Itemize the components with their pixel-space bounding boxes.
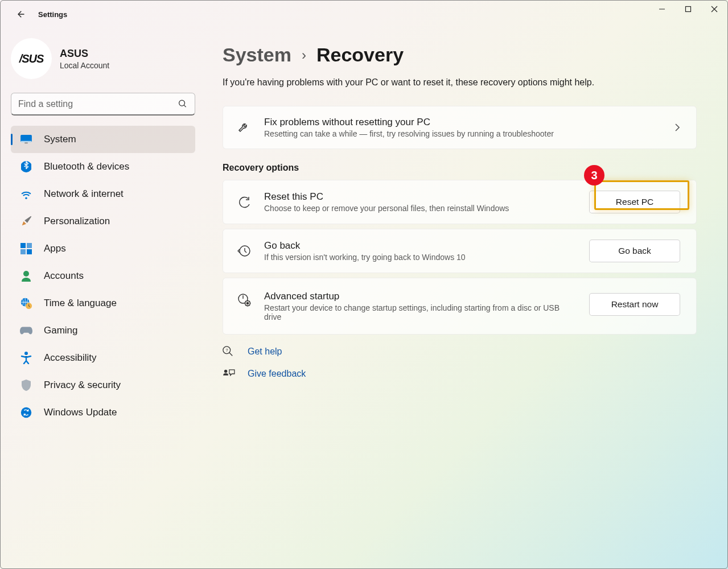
card-title: Go back [264,240,577,251]
reset-icon [237,196,252,208]
sidebar-item-label: Privacy & security [44,380,121,391]
wrench-icon [237,121,252,134]
sidebar-item-time-language[interactable]: Time & language [11,290,195,317]
maximize-icon [685,6,692,13]
card-subtitle: Resetting can take a while — first, try … [264,129,662,138]
avatar: /SUS [11,38,52,79]
sidebar-item-bluetooth[interactable]: Bluetooth & devices [11,153,195,180]
bluetooth-icon [20,160,32,173]
svg-rect-7 [27,243,32,248]
search-box[interactable] [11,93,195,116]
profile-block[interactable]: /SUS ASUS Local Account [11,38,195,79]
help-icon: ? [223,346,235,357]
get-help-row[interactable]: ? Get help [223,346,697,357]
sidebar-item-network[interactable]: Network & internet [11,180,195,208]
card-subtitle: Restart your device to change startup se… [264,303,560,321]
reset-pc-card: Reset this PC Choose to keep or remove y… [223,180,697,224]
window-controls [649,1,727,28]
sidebar-item-personalization[interactable]: Personalization [11,208,195,235]
svg-rect-3 [21,141,31,143]
accessibility-icon [20,352,32,364]
app-title: Settings [38,10,67,19]
card-subtitle: Choose to keep or remove your personal f… [264,204,577,213]
svg-rect-9 [27,249,32,254]
sidebar-item-apps[interactable]: Apps [11,235,195,262]
sidebar-item-accessibility[interactable]: Accessibility [11,344,195,372]
reset-pc-button[interactable]: Reset PC [589,191,680,213]
sidebar-item-label: System [44,134,76,145]
chevron-right-icon: › [302,47,306,63]
fix-problems-card[interactable]: Fix problems without resetting your PC R… [223,106,697,149]
sidebar-item-gaming[interactable]: Gaming [11,317,195,344]
breadcrumb-current: Recovery [316,44,404,66]
sidebar-item-label: Windows Update [44,407,117,418]
svg-rect-8 [20,249,26,254]
svg-rect-0 [686,7,691,12]
sidebar-item-privacy[interactable]: Privacy & security [11,372,195,399]
card-title: Fix problems without resetting your PC [264,117,662,128]
get-help-link[interactable]: Get help [248,347,282,357]
monitor-icon [20,133,32,146]
svg-point-13 [24,352,28,355]
search-input[interactable] [18,99,178,109]
feedback-icon [223,369,235,379]
wifi-icon [20,188,32,200]
sidebar-item-label: Network & internet [44,188,124,200]
profile-subtitle: Local Account [60,61,109,70]
give-feedback-row[interactable]: Give feedback [223,369,697,379]
section-title-recovery: Recovery options [223,163,697,173]
svg-point-1 [179,100,185,106]
card-title: Reset this PC [264,191,577,203]
power-gear-icon [237,293,252,307]
svg-point-10 [23,271,29,277]
apps-icon [20,242,32,255]
profile-name: ASUS [60,48,109,60]
breadcrumb: System › Recovery [223,44,697,66]
update-icon [20,406,32,419]
sidebar-item-accounts[interactable]: Accounts [11,262,195,290]
go-back-card: Go back If this version isn't working, t… [223,229,697,273]
sidebar-item-label: Personalization [44,216,110,227]
sidebar-item-label: Accounts [44,270,84,282]
back-arrow-icon [17,9,27,19]
history-icon [237,244,252,258]
svg-point-14 [21,407,31,418]
page-intro: If you're having problems with your PC o… [223,77,697,88]
restart-now-button[interactable]: Restart now [589,293,680,316]
gamepad-icon [20,324,32,337]
sidebar-item-windows-update[interactable]: Windows Update [11,399,195,426]
sidebar-item-label: Accessibility [44,352,97,364]
go-back-button[interactable]: Go back [589,240,680,262]
sidebar-item-label: Bluetooth & devices [44,161,129,172]
annotation-badge: 3 [584,165,604,185]
sidebar-item-label: Gaming [44,325,78,336]
chevron-right-icon [674,123,680,132]
maximize-button[interactable] [675,1,701,18]
svg-text:?: ? [225,348,228,353]
close-icon [711,6,718,13]
breadcrumb-parent[interactable]: System [223,44,291,66]
sidebar-item-system[interactable]: System [11,126,195,153]
back-button[interactable] [11,4,32,24]
sidebar-item-label: Time & language [44,298,117,309]
paintbrush-icon [20,215,32,228]
card-title: Advanced startup [264,291,577,302]
svg-rect-4 [24,142,27,143]
svg-point-21 [224,370,227,373]
title-bar: Settings [1,1,727,28]
globe-clock-icon [20,297,32,310]
person-icon [20,270,32,282]
main-content: System › Recovery If you're having probl… [205,28,727,568]
minimize-button[interactable] [649,1,675,18]
svg-point-18 [246,302,248,304]
sidebar: /SUS ASUS Local Account System Bluetooth… [1,28,205,568]
svg-rect-6 [20,243,26,248]
sidebar-item-label: Apps [44,243,66,254]
close-button[interactable] [701,1,727,18]
minimize-icon [659,6,665,13]
advanced-startup-card: Advanced startup Restart your device to … [223,278,697,335]
shield-icon [20,379,32,391]
search-icon [178,99,188,109]
give-feedback-link[interactable]: Give feedback [248,369,306,379]
svg-rect-2 [20,135,32,142]
